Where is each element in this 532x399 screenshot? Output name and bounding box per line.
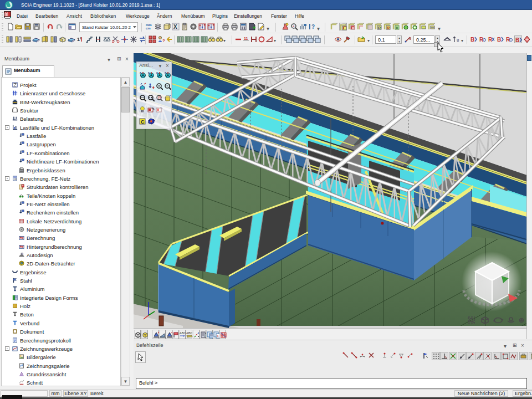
svg-text:?: ? [311,24,315,30]
svg-text:11: 11 [244,37,248,40]
svg-text:x: x [165,71,166,74]
svg-text:8: 8 [457,38,459,43]
svg-text:C: C [141,119,145,125]
svg-text:R: R [387,26,390,30]
svg-text:cm: cm [146,27,151,30]
svg-text:X: X [173,24,177,30]
svg-text:ABC: ABC [180,331,186,335]
svg-text:B: B [497,37,501,43]
svg-text:1³: 1³ [77,37,81,42]
svg-text:?: ? [162,38,165,43]
svg-text:x: x [156,71,158,74]
svg-text:R: R [378,26,381,30]
svg-text:R: R [158,96,161,100]
svg-text:B: B [515,37,519,43]
svg-text:B: B [396,26,398,29]
svg-text:B: B [470,37,474,43]
svg-text:x: x [140,71,141,74]
svg-text:R: R [488,37,493,43]
svg-text:ABC: ABC [186,331,192,335]
svg-text:x: x [148,71,150,74]
